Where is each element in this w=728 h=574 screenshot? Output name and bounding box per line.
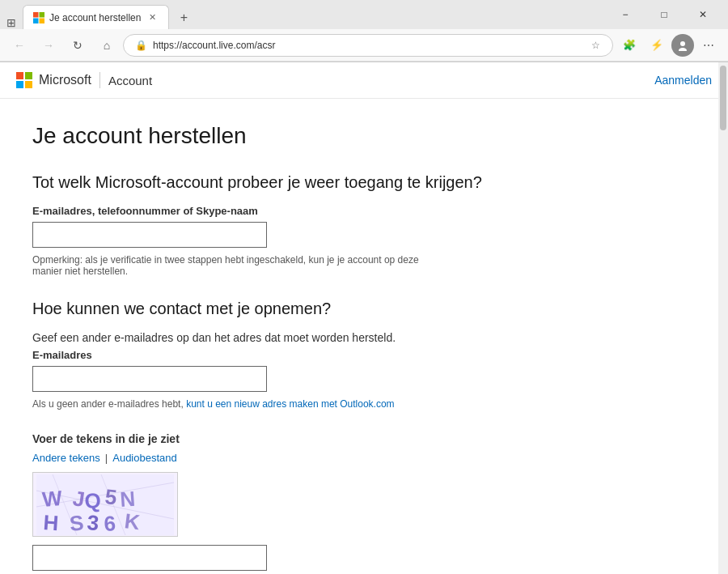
svg-text:N: N: [119, 486, 136, 511]
field1-note: Opmerking: als je verificatie in twee st…: [32, 254, 421, 277]
ms-header: Microsoft Account Aanmelden: [0, 62, 728, 99]
captcha-section: Voer de tekens in die je ziet Andere tek…: [32, 432, 615, 571]
svg-text:W: W: [41, 485, 64, 511]
favorites-icon[interactable]: ☆: [588, 38, 603, 53]
account-email-input[interactable]: [32, 222, 267, 248]
close-button[interactable]: ✕: [684, 2, 722, 28]
tab-favicon: [33, 12, 44, 23]
maximize-button[interactable]: □: [645, 2, 683, 28]
tab-title: Je account herstellen: [49, 12, 141, 23]
refresh-button[interactable]: ↻: [65, 32, 91, 58]
section1: Tot welk Microsoft-account probeer je we…: [32, 173, 615, 277]
lock-icon: 🔒: [133, 38, 148, 53]
svg-text:3: 3: [86, 510, 99, 535]
collections-icon[interactable]: ⚡: [644, 32, 670, 58]
title-bar: ⊞ Je account herstellen ✕ + − □ ✕: [0, 0, 728, 29]
signin-link[interactable]: Aanmelden: [654, 74, 712, 87]
browser-chrome: ⊞ Je account herstellen ✕ + − □ ✕: [0, 0, 728, 62]
page-title: Je account herstellen: [32, 123, 615, 149]
logo-blue-square: [16, 81, 23, 88]
svg-rect-0: [33, 12, 39, 18]
contact-email-input[interactable]: [32, 366, 267, 392]
captcha-separator: |: [105, 452, 108, 464]
nav-bar: ← → ↻ ⌂ 🔒 https://account.live.com/acsr …: [0, 29, 728, 62]
browser-tab[interactable]: Je account herstellen ✕: [23, 5, 169, 29]
logo-yellow-square: [25, 81, 32, 88]
logo-red-square: [16, 72, 23, 79]
field1-label: E-mailadres, telefoonnummer of Skype-naa…: [32, 205, 615, 217]
tab-area: ⊞ Je account herstellen ✕ +: [6, 0, 607, 29]
nav-right: 🧩 ⚡ ⋯: [616, 32, 722, 58]
svg-text:Q: Q: [84, 487, 102, 512]
captcha-label: Voer de tekens in die je ziet: [32, 432, 615, 445]
field2-label: E-mailadres: [32, 349, 615, 361]
forward-button[interactable]: →: [36, 32, 61, 58]
new-tab-button[interactable]: +: [172, 6, 195, 29]
section2: Hoe kunnen we contact met je opnemen? Ge…: [32, 300, 615, 410]
more-button[interactable]: ⋯: [696, 32, 722, 58]
outlook-link[interactable]: kunt u een nieuw adres maken met Outlook…: [186, 398, 394, 410]
window-controls: − □ ✕: [607, 2, 722, 28]
other-chars-link[interactable]: Andere tekens: [32, 452, 100, 464]
scrollbar-thumb[interactable]: [720, 66, 726, 130]
svg-rect-2: [33, 18, 39, 23]
scrollbar-track[interactable]: [718, 62, 728, 574]
captcha-input[interactable]: [32, 545, 267, 571]
snap-icon[interactable]: ⊞: [6, 16, 16, 29]
address-bar[interactable]: 🔒 https://account.live.com/acsr ☆: [123, 34, 613, 57]
svg-text:H: H: [43, 510, 60, 535]
ms-logo-text: Microsoft: [39, 73, 91, 87]
svg-rect-3: [40, 18, 45, 23]
section1-title: Tot welk Microsoft-account probeer je we…: [32, 173, 615, 192]
logo-green-square: [25, 72, 32, 79]
main-content: Je account herstellen Tot welk Microsoft…: [0, 99, 647, 574]
profile-button[interactable]: [671, 34, 694, 57]
section2-title: Hoe kunnen we contact met je opnemen?: [32, 300, 615, 318]
address-icons: ☆: [588, 38, 603, 53]
svg-rect-1: [40, 12, 45, 18]
tab-close-button[interactable]: ✕: [146, 11, 159, 24]
svg-text:S: S: [68, 510, 84, 535]
field2-note: Als u geen ander e-mailadres hebt, kunt …: [32, 398, 421, 410]
audio-link[interactable]: Audiobestand: [112, 452, 177, 464]
svg-point-4: [680, 41, 685, 46]
header-divider: [99, 72, 100, 88]
captcha-image: W J Q 5 N H S 3 6: [32, 472, 178, 537]
url-text: https://account.live.com/acsr: [153, 40, 583, 51]
account-label: Account: [108, 74, 152, 87]
ms-logo: Microsoft: [16, 72, 91, 88]
field2-note-prefix: Als u geen ander e-mailadres hebt,: [32, 398, 186, 410]
ms-logo-squares: [16, 72, 32, 88]
svg-text:6: 6: [104, 511, 116, 535]
minimize-button[interactable]: −: [607, 2, 644, 28]
svg-text:K: K: [123, 508, 142, 534]
home-button[interactable]: ⌂: [94, 32, 120, 58]
captcha-svg: W J Q 5 N H S 3 6: [36, 474, 174, 535]
captcha-links: Andere tekens | Audiobestand: [32, 452, 615, 464]
back-button[interactable]: ←: [6, 32, 32, 58]
section2-desc: Geef een ander e-mailadres op dan het ad…: [32, 331, 615, 344]
svg-point-5: [679, 48, 687, 51]
page-wrapper: Microsoft Account Aanmelden Je account h…: [0, 62, 728, 574]
extensions-icon[interactable]: 🧩: [616, 32, 642, 58]
